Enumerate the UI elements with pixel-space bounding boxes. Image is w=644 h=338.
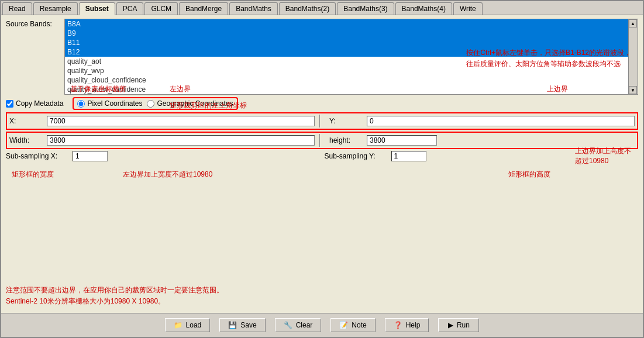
x-input[interactable] xyxy=(47,116,315,126)
copy-metadata-text: Copy Metadata xyxy=(16,99,63,108)
y-input[interactable] xyxy=(367,116,635,126)
band-quality-aot[interactable]: quality_aot xyxy=(65,57,628,66)
note-icon: 📝 xyxy=(339,321,348,329)
band-b12[interactable]: B12 xyxy=(65,47,628,57)
pixel-coords-radio[interactable] xyxy=(77,100,85,108)
annotation-area: 矩形框的宽度 左边界加上宽度不超过10980 矩形框的高度 注意范围不要超出边界… xyxy=(6,164,638,309)
y-field: Y: xyxy=(325,116,635,126)
save-label: Save xyxy=(240,321,256,329)
sub-row: Sub-sampling X: Sub-sampling Y: 上边界加上高度不… xyxy=(6,151,638,161)
copy-metadata-checkbox-label[interactable]: Copy Metadata xyxy=(6,99,63,108)
bands-scrollbar[interactable]: ▲ ▼ xyxy=(628,19,638,94)
annotation-height: 矩形框的高度 xyxy=(508,170,550,180)
pixel-coords-text: Pixel Coordinates xyxy=(87,99,142,108)
bands-list[interactable]: B8A B9 B11 B12 quality_aot quality_wvp q… xyxy=(65,19,628,94)
clear-button[interactable]: 🔧 Clear xyxy=(275,318,322,332)
band-b9[interactable]: B9 xyxy=(65,29,628,38)
button-bar: 📁 Load 💾 Save 🔧 Clear 📝 Note ❓ Help ▶ Ru… xyxy=(1,313,643,337)
geo-coords-text: Geographic Coordinates xyxy=(157,99,233,108)
width-field: Width: xyxy=(9,135,315,146)
scroll-up-btn[interactable]: ▲ xyxy=(629,19,637,27)
band-b8a[interactable]: B8A xyxy=(65,19,628,29)
subx-label: Sub-sampling X: xyxy=(6,152,70,160)
suby-field: Sub-sampling Y: xyxy=(320,151,639,161)
height-label: height: xyxy=(329,136,364,144)
xy-row: X: Y: xyxy=(6,112,638,130)
subx-input[interactable] xyxy=(73,151,108,161)
tab-pca[interactable]: PCA xyxy=(116,2,144,15)
width-label: Width: xyxy=(9,136,44,144)
geo-coords-label[interactable]: Geographic Coordinates xyxy=(147,99,233,108)
coordinate-type-group: Pixel Coordinates Geographic Coordinates xyxy=(73,97,237,110)
help-button[interactable]: ❓ Help xyxy=(385,318,429,332)
main-content: Source Bands: B8A B9 B11 B12 quality_aot… xyxy=(1,15,643,313)
load-label: Load xyxy=(186,321,202,329)
tab-bandmaths4[interactable]: BandMaths(4) xyxy=(395,2,452,15)
annotation-width: 矩形框的宽度 xyxy=(12,170,54,180)
main-window: Read Resample Subset PCA GLCM BandMerge … xyxy=(0,0,644,338)
save-icon: 💾 xyxy=(228,321,237,329)
clear-label: Clear xyxy=(296,321,313,329)
tab-subset[interactable]: Subset xyxy=(79,2,115,15)
height-input[interactable] xyxy=(367,135,437,146)
x-label: X: xyxy=(9,117,44,125)
annotation-left-plus-width: 左边界加上宽度不超过10980 xyxy=(123,170,212,180)
bands-list-container: B8A B9 B11 B12 quality_aot quality_wvp q… xyxy=(64,19,638,95)
tab-write[interactable]: Write xyxy=(453,2,483,15)
tab-bar: Read Resample Subset PCA GLCM BandMerge … xyxy=(1,1,643,15)
tab-glcm[interactable]: GLCM xyxy=(144,2,178,15)
run-icon: ▶ xyxy=(448,321,453,329)
scroll-down-btn[interactable]: ▼ xyxy=(629,86,637,94)
subx-field: Sub-sampling X: xyxy=(6,151,320,161)
help-icon: ❓ xyxy=(394,321,402,329)
copy-metadata-checkbox[interactable] xyxy=(6,100,13,108)
note-line1: 注意范围不要超出边界，在应用你自己的裁剪区域时一定要注意范围。 xyxy=(6,285,638,296)
band-quality-snow[interactable]: quality_snow_confidence xyxy=(65,85,628,94)
band-quality-cloud[interactable]: quality_cloud_confidence xyxy=(65,75,628,85)
source-bands-section: Source Bands: B8A B9 B11 B12 quality_aot… xyxy=(6,19,638,95)
wh-row: Width: height: xyxy=(6,132,638,149)
note-button[interactable]: 📝 Note xyxy=(330,318,375,332)
note-block: 注意范围不要超出边界，在应用你自己的裁剪区域时一定要注意范围。 Sentinel… xyxy=(6,285,638,307)
suby-label: Sub-sampling Y: xyxy=(325,152,389,160)
y-label: Y: xyxy=(329,117,364,125)
save-button[interactable]: 💾 Save xyxy=(219,318,265,332)
height-field: height: xyxy=(325,135,635,146)
tab-bandmaths3[interactable]: BandMaths(3) xyxy=(337,2,394,15)
source-bands-label: Source Bands: xyxy=(6,19,64,28)
band-b11[interactable]: B11 xyxy=(65,38,628,47)
tab-bandmerge[interactable]: BandMerge xyxy=(179,2,228,15)
geo-coords-radio[interactable] xyxy=(147,100,154,108)
band-quality-wvp[interactable]: quality_wvp xyxy=(65,66,628,75)
width-input[interactable] xyxy=(47,135,315,146)
meta-coords-row: Copy Metadata 基于像素坐标裁剪 左边界 上边界 Pixel Coo… xyxy=(6,97,638,110)
tab-read[interactable]: Read xyxy=(2,2,32,15)
run-label: Run xyxy=(457,321,470,329)
suby-input[interactable] xyxy=(391,151,426,161)
load-icon: 📁 xyxy=(174,321,182,329)
tab-resample[interactable]: Resample xyxy=(33,2,78,15)
tab-bandmaths2[interactable]: BandMaths(2) xyxy=(279,2,336,15)
tab-bandmaths[interactable]: BandMaths xyxy=(229,2,278,15)
help-label: Help xyxy=(406,321,421,329)
clear-icon: 🔧 xyxy=(284,321,292,329)
note-label: Note xyxy=(352,321,366,329)
note-line2: Sentinel-2 10米分辨率栅格大小为10980 X 10980。 xyxy=(6,296,638,307)
x-field: X: xyxy=(9,116,315,126)
run-button[interactable]: ▶ Run xyxy=(438,318,479,332)
load-button[interactable]: 📁 Load xyxy=(165,318,211,332)
pixel-coords-label[interactable]: Pixel Coordinates xyxy=(77,99,142,108)
